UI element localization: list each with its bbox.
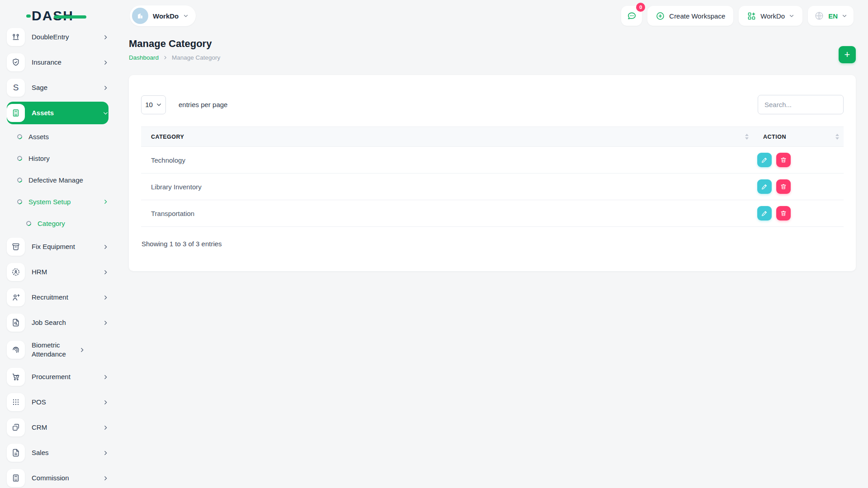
sidebar-subitem-history[interactable]: History (7, 147, 108, 169)
sidebar-subitem-defective-manage[interactable]: Defective Manage (7, 169, 108, 191)
chevron-down-icon (789, 13, 794, 19)
entries-per-page-label: entries per page (179, 101, 227, 108)
delete-button[interactable] (776, 206, 791, 221)
edit-button[interactable] (757, 179, 772, 194)
workspace-dropdown-label: WorkDo (760, 12, 785, 20)
table-footer-status: Showing 1 to 3 of 3 entries (141, 240, 844, 248)
workspace-dropdown[interactable]: WorkDo (739, 6, 802, 26)
sidebar-item-assets[interactable]: Assets (7, 102, 108, 124)
sidebar-subitem-system-setup[interactable]: System Setup (7, 191, 108, 212)
action-cell (753, 153, 844, 167)
entries-per-page-value: 10 (145, 101, 153, 108)
entries-per-page-select[interactable]: 10 (141, 95, 166, 114)
workspace-selector[interactable]: WorkDo (130, 5, 196, 26)
category-table: CATEGORY ACTION Technology (141, 127, 844, 227)
create-workspace-label: Create Workspace (669, 12, 725, 20)
sidebar-item-fix-equipment[interactable]: Fix Equipment (7, 234, 108, 259)
sidebar-item-crm[interactable]: CRM (7, 415, 108, 440)
category-cell: Technology (141, 156, 753, 164)
sidebar-item-commission[interactable]: Commission (7, 465, 108, 488)
chevron-right-icon (103, 269, 108, 275)
overlap-squares-icon (7, 418, 25, 436)
table-controls: 10 entries per page (141, 95, 844, 114)
chevron-right-icon (103, 34, 108, 40)
bullet-ring-icon (16, 133, 23, 140)
chevron-right-icon (103, 85, 108, 91)
cart-icon (7, 368, 25, 386)
chevron-right-icon (103, 450, 108, 456)
sidebar-item-sales[interactable]: Sales (7, 440, 108, 465)
edit-button[interactable] (757, 206, 772, 221)
sidebar-item-job-search[interactable]: Job Search (7, 310, 108, 335)
sidebar-item-insurance[interactable]: Insurance (7, 50, 108, 75)
edit-button[interactable] (757, 153, 772, 167)
chevron-right-icon (103, 244, 108, 250)
chevron-right-icon (79, 347, 85, 353)
sidebar-item-sage[interactable]: S Sage (7, 75, 108, 100)
sidebar-item-doubleentry[interactable]: DoubleEntry (7, 24, 108, 50)
sidebar-item-procurement[interactable]: Procurement (7, 364, 108, 389)
messages-button[interactable]: 0 (621, 6, 642, 26)
table-row: Technology (141, 147, 844, 174)
language-selector[interactable]: EN (808, 6, 854, 26)
chevron-right-icon (103, 374, 108, 380)
archive-box-icon (7, 238, 25, 256)
hrm-person-icon (7, 263, 25, 281)
sidebar-subitem-category[interactable]: Category (7, 212, 108, 234)
main-content: Manage Category Dashboard Manage Categor… (115, 32, 868, 488)
user-plus-icon (7, 288, 25, 306)
grid-dots-icon (7, 393, 25, 411)
sidebar-item-biometric-attendance[interactable]: Biometric Attendance (7, 335, 108, 364)
app-window: DASH DoubleEntry Insurance S (0, 0, 868, 488)
column-header-category[interactable]: CATEGORY (141, 134, 753, 140)
action-cell (753, 206, 844, 221)
sidebar-item-recruitment[interactable]: Recruitment (7, 285, 108, 310)
chevron-down-icon (103, 110, 108, 116)
chevron-right-icon (103, 199, 108, 205)
calculator-icon (7, 104, 25, 122)
sidebar-item-pos[interactable]: POS (7, 389, 108, 415)
table-header-row: CATEGORY ACTION (141, 127, 844, 147)
chevron-right-icon (103, 320, 108, 326)
shield-check-icon (7, 53, 25, 71)
sort-icon[interactable] (835, 134, 839, 140)
add-category-button[interactable]: + (839, 46, 856, 63)
search-input[interactable] (758, 95, 844, 114)
messages-badge: 0 (636, 3, 645, 12)
chevron-right-icon (103, 399, 108, 405)
delete-button[interactable] (776, 179, 791, 194)
sidebar-menu: DoubleEntry Insurance S Sage Assets (7, 24, 108, 488)
create-workspace-button[interactable]: Create Workspace (647, 6, 733, 26)
sidebar-subitem-assets[interactable]: Assets (7, 126, 108, 147)
bullet-ring-icon (25, 220, 32, 226)
calculator-icon (7, 469, 25, 487)
page-title: Manage Category (129, 38, 220, 50)
delete-button[interactable] (776, 153, 791, 167)
page-header: Manage Category Dashboard Manage Categor… (129, 38, 856, 63)
sidebar: DASH DoubleEntry Insurance S (0, 0, 115, 488)
table-row: Library Inventory (141, 174, 844, 200)
sage-icon: S (7, 79, 25, 97)
workspace-name: WorkDo (153, 12, 179, 20)
breadcrumb-dashboard-link[interactable]: Dashboard (129, 54, 159, 61)
chevron-down-icon (842, 13, 847, 19)
sort-icon[interactable] (745, 134, 749, 140)
document-search-icon (7, 314, 25, 332)
topbar-actions: 0 Create Workspace WorkDo EN (621, 6, 854, 26)
sidebar-item-hrm[interactable]: HRM (7, 259, 108, 285)
action-cell (753, 179, 844, 194)
column-header-action[interactable]: ACTION (753, 134, 844, 140)
logo-accent-dot (26, 14, 31, 18)
category-cell: Library Inventory (141, 183, 753, 191)
document-icon (7, 444, 25, 462)
chevron-down-icon (183, 13, 189, 19)
chevron-right-icon (103, 475, 108, 481)
workspace-avatar (132, 8, 148, 24)
logo-accent-bar (54, 15, 86, 19)
chevron-right-icon (103, 425, 108, 431)
chevron-right-icon (103, 60, 108, 66)
table-row: Transportation (141, 200, 844, 227)
breadcrumb: Dashboard Manage Category (129, 54, 220, 61)
top-bar: WorkDo 0 Create Workspace WorkDo EN (115, 0, 868, 32)
category-cell: Transportation (141, 210, 753, 217)
